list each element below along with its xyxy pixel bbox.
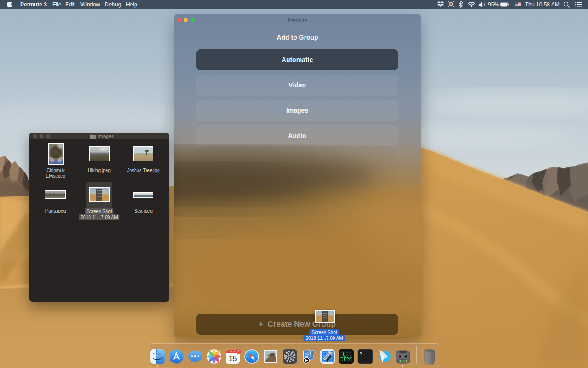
- svg-text:NOV: NOV: [231, 351, 236, 353]
- svg-text:>_: >_: [360, 351, 365, 356]
- svg-text:15: 15: [229, 355, 237, 362]
- svg-text:1: 1: [238, 350, 240, 353]
